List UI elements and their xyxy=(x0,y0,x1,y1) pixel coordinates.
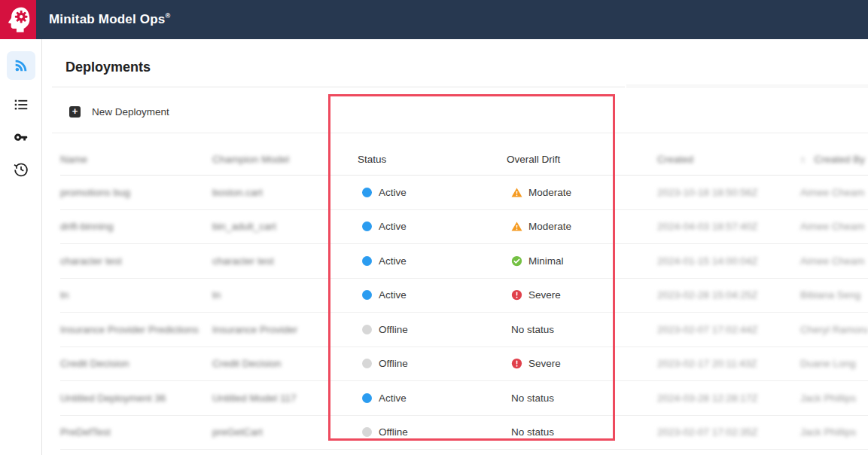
cell-created: 2024-01-15 14:00:04Z xyxy=(657,255,800,267)
sidebar-item-api-keys[interactable] xyxy=(0,123,42,151)
cell-created-by: Jack Phillips xyxy=(800,426,868,438)
cell-champion-model: Credit Decision xyxy=(212,358,358,369)
table-row[interactable]: character test character test Active Min… xyxy=(60,244,868,279)
drift-label: No status xyxy=(511,426,554,438)
drift-badge: Severe xyxy=(507,358,657,369)
drift-badge: No status xyxy=(507,426,657,438)
head-gear-icon xyxy=(3,3,33,36)
title-divider-faint xyxy=(626,84,868,88)
cell-created-by: Jack Phillips xyxy=(800,392,868,404)
cell-created-by: Bibiana Seng xyxy=(800,289,868,301)
status-label: Offline xyxy=(379,324,408,335)
status-badge: Active xyxy=(358,289,507,301)
status-dot-icon xyxy=(362,393,372,403)
status-badge: Active xyxy=(358,392,507,404)
column-header-status[interactable]: Status xyxy=(358,154,507,165)
drift-badge: Minimal xyxy=(507,255,657,267)
status-dot-icon xyxy=(362,427,372,437)
column-header-champion-model[interactable]: Champion Model xyxy=(212,154,358,165)
cell-champion-model: bin_adult_cart xyxy=(212,221,358,232)
cell-deployment-name: Insurance Provider Predictions xyxy=(60,324,212,335)
sidebar-item-deployments[interactable] xyxy=(0,51,42,80)
cell-champion-model: character test xyxy=(212,255,358,267)
status-dot-icon xyxy=(362,290,372,300)
status-label: Active xyxy=(379,255,407,267)
cell-deployment-name: promotions bug xyxy=(60,187,212,198)
drift-label: Moderate xyxy=(528,187,571,198)
table-header-row: Name Champion Model Status Overall Drift… xyxy=(60,133,868,176)
drift-icon xyxy=(511,289,522,301)
list-icon xyxy=(13,96,29,113)
cell-champion-model: boston.cart xyxy=(212,187,358,198)
sort-asc-icon: ↑ xyxy=(800,154,806,165)
cell-created-by: Aimee Cheam xyxy=(800,187,868,198)
drift-badge: Severe xyxy=(507,289,657,301)
cell-champion-model: preGetCart xyxy=(212,426,358,438)
page-title: Deployments xyxy=(65,60,151,75)
drift-icon xyxy=(511,255,522,267)
table-row[interactable]: tn tn Active Severe 2023-02-28 15:04:25Z… xyxy=(60,279,868,313)
top-bar: Minitab Model Ops® xyxy=(0,0,868,39)
table-row[interactable]: drift-binning bin_adult_cart Active Mode… xyxy=(60,210,868,245)
new-deployment-button[interactable]: + New Deployment xyxy=(69,103,169,120)
table-row[interactable]: promotions bug boston.cart Active Modera… xyxy=(60,176,868,210)
table-body: promotions bug boston.cart Active Modera… xyxy=(60,176,868,450)
table-row[interactable]: PreDefTest preGetCart Offline No status … xyxy=(60,416,868,450)
drift-label: No status xyxy=(511,324,554,335)
minitab-brand-logo xyxy=(0,0,36,39)
drift-label: Severe xyxy=(528,358,561,369)
status-dot-icon xyxy=(362,256,372,266)
cell-deployment-name: PreDefTest xyxy=(60,426,212,438)
main-content: Deployments + New Deployment Name Champi… xyxy=(42,39,868,455)
table-row[interactable]: Untitled Deployment 36 Untitled Model 11… xyxy=(60,381,868,416)
status-label: Active xyxy=(379,392,407,404)
cell-created: 2023-02-17 20:11:43Z xyxy=(657,358,800,369)
column-header-created[interactable]: Created xyxy=(657,154,800,165)
column-header-overall-drift[interactable]: Overall Drift xyxy=(507,154,657,165)
sidebar-item-model-list[interactable] xyxy=(0,90,42,119)
table-row[interactable]: Credit Decision Credit Decision Offline … xyxy=(60,347,868,382)
cell-created: 2024-03-28 12:28:17Z xyxy=(657,392,800,404)
status-label: Active xyxy=(379,289,407,301)
cell-created: 2024-04-03 18:57:40Z xyxy=(657,221,800,232)
created-by-header-label: Created By xyxy=(815,154,866,165)
history-icon xyxy=(13,161,29,178)
cell-deployment-name: Credit Decision xyxy=(60,358,212,369)
drift-badge: No status xyxy=(507,392,657,404)
column-header-name[interactable]: Name xyxy=(60,154,212,165)
status-dot-icon xyxy=(362,359,372,368)
cell-created-by: Aimee Cheam xyxy=(800,255,868,267)
drift-label: Severe xyxy=(528,289,561,301)
drift-icon xyxy=(511,187,522,198)
status-label: Active xyxy=(379,187,407,198)
status-dot-icon xyxy=(362,325,372,334)
drift-label: Moderate xyxy=(528,221,571,232)
cell-created: 2023-02-07 17:02:35Z xyxy=(657,426,800,438)
status-badge: Active xyxy=(358,187,507,198)
cell-created-by: Cheryl Ramona xyxy=(800,324,868,335)
column-header-created-by[interactable]: ↑ Created By xyxy=(800,154,868,165)
app-title: Minitab Model Ops® xyxy=(49,12,170,27)
cell-created: 2023-10-18 18:50:56Z xyxy=(657,187,800,198)
status-label: Offline xyxy=(379,426,408,438)
cell-created: 2023-02-07 17:02:44Z xyxy=(657,324,800,335)
status-badge: Active xyxy=(358,221,507,232)
new-deployment-label: New Deployment xyxy=(92,106,169,118)
status-badge: Offline xyxy=(358,324,507,335)
table-row[interactable]: Insurance Provider Predictions Insurance… xyxy=(60,313,868,347)
drift-badge: Moderate xyxy=(507,221,657,232)
registered-trademark: ® xyxy=(166,12,171,20)
drift-label: No status xyxy=(511,392,554,404)
cell-created-by: Aimee Cheam xyxy=(800,221,868,232)
status-dot-icon xyxy=(362,188,372,197)
sidebar-item-history[interactable] xyxy=(0,155,42,184)
cell-champion-model: tn xyxy=(212,289,358,301)
cell-deployment-name: character test xyxy=(60,255,212,267)
plus-icon: + xyxy=(69,106,81,118)
title-divider xyxy=(52,87,625,87)
status-badge: Active xyxy=(358,255,507,267)
cell-deployment-name: tn xyxy=(60,289,212,301)
cell-created: 2023-02-28 15:04:25Z xyxy=(657,289,800,301)
drift-label: Minimal xyxy=(528,255,564,267)
cell-champion-model: Untitled Model 117 xyxy=(212,392,358,404)
